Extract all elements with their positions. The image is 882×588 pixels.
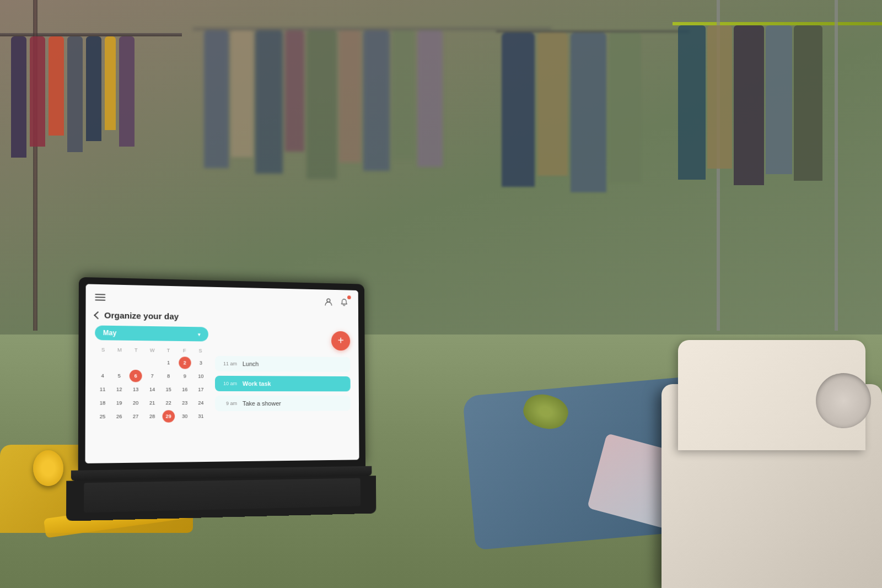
cal-cell-25[interactable]: 25	[96, 411, 109, 423]
cal-cell-11[interactable]: 11	[96, 383, 109, 396]
notification-badge	[347, 295, 351, 299]
event-name-work-task: Work task	[243, 380, 271, 387]
day-label-t1: T	[128, 346, 144, 354]
center-clothes	[204, 30, 443, 179]
bell-icon-wrapper[interactable]	[338, 296, 350, 309]
main-content: May ▾ S M T W T F S	[85, 325, 359, 459]
cal-cell-12[interactable]: 12	[113, 383, 126, 396]
cal-cell-2[interactable]: 2	[179, 357, 191, 369]
garment	[392, 30, 415, 160]
cal-cell-4[interactable]: 4	[96, 370, 109, 382]
cal-cell-empty	[113, 356, 126, 369]
cal-cell-27[interactable]: 27	[130, 410, 142, 423]
cal-cell-6-today[interactable]: 6	[130, 370, 142, 382]
garment	[306, 30, 337, 179]
garment-item	[11, 36, 26, 158]
cal-cell-20[interactable]: 20	[130, 397, 142, 409]
garment	[609, 33, 641, 182]
month-label: May	[103, 329, 116, 337]
cal-cell-26[interactable]: 26	[113, 411, 126, 423]
add-event-button[interactable]: +	[331, 331, 350, 350]
cal-cell-28[interactable]: 28	[146, 410, 159, 423]
event-item-work-task[interactable]: 10 am Work task	[215, 376, 351, 391]
hamburger-line	[95, 296, 105, 298]
cal-cell-8[interactable]: 8	[162, 370, 175, 382]
event-time-lunch: 11 am	[222, 361, 237, 366]
day-label-s1: S	[95, 346, 111, 354]
cal-cell-18[interactable]: 18	[96, 397, 109, 409]
garment	[571, 33, 606, 192]
calendar-section: May ▾ S M T W T F S	[94, 325, 208, 459]
app-ui: Organize your day May ▾	[85, 284, 359, 463]
keyboard-area	[84, 478, 361, 513]
garment	[363, 30, 390, 171]
garment	[537, 33, 568, 176]
cal-cell-24[interactable]: 24	[195, 397, 207, 409]
cal-cell-14[interactable]: 14	[146, 383, 159, 395]
cal-cell-23[interactable]: 23	[179, 397, 191, 409]
day-label-m: M	[111, 346, 128, 354]
day-label-t2: T	[160, 347, 176, 354]
cal-cell-19[interactable]: 19	[113, 397, 126, 409]
event-name-lunch: Lunch	[243, 360, 259, 367]
thread-spool	[33, 450, 63, 486]
laptop-screen: Organize your day May ▾	[85, 284, 359, 463]
garment-item	[105, 36, 116, 130]
far-right-clothes	[678, 25, 822, 185]
page-title: Organize your day	[104, 310, 179, 321]
event-name-shower: Take a shower	[243, 400, 281, 407]
cal-cell-22[interactable]: 22	[162, 397, 175, 409]
hamburger-menu[interactable]	[95, 294, 105, 301]
garment	[231, 30, 253, 157]
garment-item	[49, 36, 64, 136]
garment	[794, 25, 822, 181]
day-label-f: F	[176, 347, 192, 354]
cal-cell-21[interactable]: 21	[146, 397, 159, 409]
right-clothes	[502, 33, 641, 192]
cal-cell-1[interactable]: 1	[163, 357, 175, 369]
svg-point-0	[327, 299, 330, 302]
cal-cell-17[interactable]: 17	[195, 384, 207, 396]
right-background-rack	[496, 0, 689, 276]
cal-cell-15[interactable]: 15	[162, 384, 175, 396]
cal-cell-3[interactable]: 3	[195, 357, 207, 369]
day-label-s2: S	[192, 347, 208, 354]
event-time-shower: 9 am	[222, 401, 237, 406]
garment	[678, 25, 706, 180]
event-item-lunch[interactable]: 11 am Lunch	[215, 356, 351, 372]
cal-cell-13[interactable]: 13	[130, 383, 142, 395]
plus-icon: +	[338, 335, 344, 346]
hamburger-line	[95, 299, 105, 300]
cal-cell-5[interactable]: 5	[113, 370, 126, 382]
garment	[417, 30, 443, 167]
cal-cell-9[interactable]: 9	[179, 370, 191, 382]
event-item-shower[interactable]: 9 am Take a shower	[215, 396, 351, 411]
calendar-body: 1 2 3 4 5 6 7 8 9 10	[95, 356, 208, 423]
far-right-rack	[673, 0, 882, 331]
calendar-header: S M T W T F S	[95, 346, 208, 354]
garment	[734, 25, 764, 185]
cal-cell-empty	[130, 356, 142, 369]
laptop: Organize your day May ▾	[78, 277, 386, 521]
calendar-grid: S M T W T F S	[95, 346, 208, 423]
month-selector[interactable]: May ▾	[95, 325, 208, 341]
hamburger-line	[95, 294, 105, 295]
back-arrow-icon	[94, 311, 102, 319]
garment	[204, 30, 229, 168]
garment-item	[119, 36, 135, 147]
cal-cell-7[interactable]: 7	[146, 370, 159, 382]
cal-cell-10[interactable]: 10	[195, 370, 207, 382]
garment	[707, 25, 732, 169]
cal-cell-31[interactable]: 31	[195, 410, 207, 422]
cal-cell-empty	[146, 357, 159, 369]
sewing-machine-body	[662, 340, 882, 588]
events-section: + 11 am Lunch 10 am Work task	[215, 327, 351, 458]
cal-cell-30[interactable]: 30	[179, 410, 191, 422]
garment	[255, 30, 283, 174]
user-icon[interactable]	[322, 296, 334, 308]
cal-cell-29[interactable]: 29	[162, 410, 175, 422]
cal-cell-16[interactable]: 16	[179, 384, 191, 396]
garment-item	[86, 36, 101, 141]
bell-icon	[340, 298, 348, 307]
laptop-keyboard-deck	[66, 476, 376, 521]
